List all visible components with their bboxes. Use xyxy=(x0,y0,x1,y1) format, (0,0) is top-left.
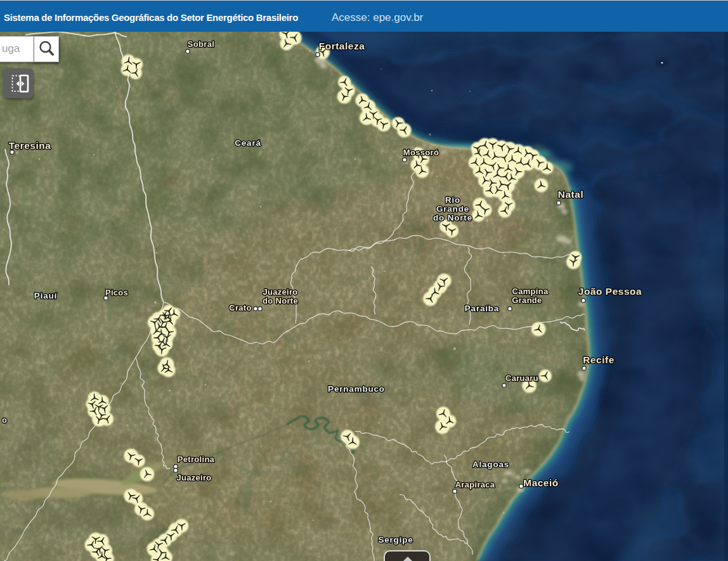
svg-text:Fortaleza: Fortaleza xyxy=(319,41,365,51)
svg-text:Piauí: Piauí xyxy=(34,291,58,300)
svg-text:Natal: Natal xyxy=(558,189,583,200)
svg-text:Pernambuco: Pernambuco xyxy=(328,384,385,394)
svg-text:Paraíba: Paraíba xyxy=(465,304,499,313)
svg-text:Caruaru: Caruaru xyxy=(505,373,538,383)
svg-text:Juazeiro: Juazeiro xyxy=(263,287,297,297)
svg-text:do Norte: do Norte xyxy=(433,213,472,222)
svg-text:Grande: Grande xyxy=(512,295,542,305)
svg-text:Crato: Crato xyxy=(229,303,251,313)
svg-text:Maceió: Maceió xyxy=(523,477,559,488)
svg-text:Mossoró: Mossoró xyxy=(403,148,439,157)
svg-text:o: o xyxy=(2,415,7,425)
svg-text:Picos: Picos xyxy=(105,288,128,297)
svg-text:do Norte: do Norte xyxy=(263,296,298,306)
svg-text:Arapiraca: Arapiraca xyxy=(455,480,495,489)
svg-text:Sergipe: Sergipe xyxy=(378,535,413,545)
svg-text:Rio: Rio xyxy=(445,195,460,205)
svg-text:Teresina: Teresina xyxy=(9,140,51,151)
svg-text:Recife: Recife xyxy=(583,354,614,365)
svg-text:Juazeiro: Juazeiro xyxy=(176,473,211,482)
svg-text:Grande: Grande xyxy=(436,204,469,214)
svg-text:Campina: Campina xyxy=(512,287,548,296)
svg-text:Alagoas: Alagoas xyxy=(472,460,509,469)
svg-text:Sobral: Sobral xyxy=(188,39,214,49)
svg-text:João Pessoa: João Pessoa xyxy=(578,286,642,297)
svg-text:Petrolina: Petrolina xyxy=(178,455,215,464)
svg-text:Ceará: Ceará xyxy=(235,138,261,148)
